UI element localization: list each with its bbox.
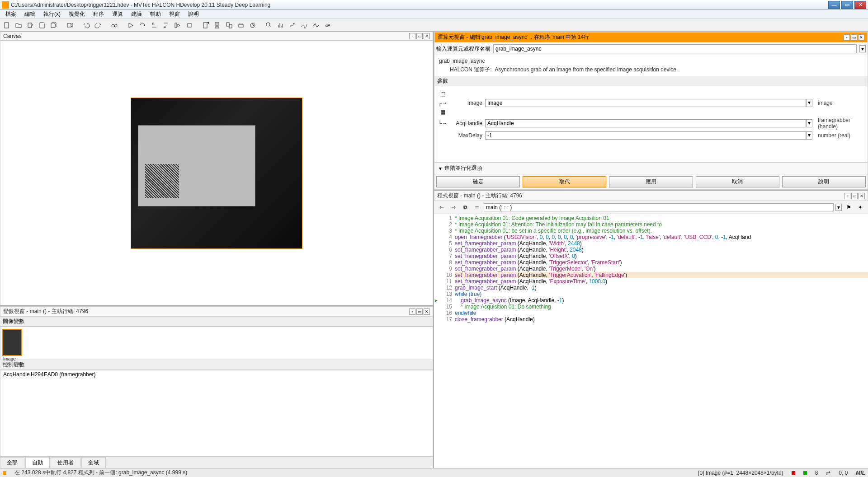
- toolbar: + aA: [0, 19, 868, 32]
- menu-window[interactable]: 視窗: [165, 9, 184, 19]
- img-vars-area: Image: [0, 327, 433, 360]
- menu-view[interactable]: 視覺化: [65, 9, 89, 19]
- menu-help[interactable]: 說明: [184, 9, 203, 19]
- menu-assist[interactable]: 輔助: [146, 9, 165, 19]
- svg-rect-9: [226, 23, 229, 26]
- app-icon: [2, 1, 9, 9]
- op-name-input[interactable]: [493, 44, 857, 53]
- param-label: MaxDelay: [451, 132, 482, 139]
- op-header: 運算元視窗 - 編輯'grab_image_async'，在程序 'main'中…: [434, 32, 868, 42]
- pin-icon[interactable]: ✦: [855, 202, 865, 212]
- advanced-toggle[interactable]: ▾進階並行化選項: [434, 162, 868, 174]
- maximize-button[interactable]: ▭: [841, 1, 853, 9]
- ocr-icon[interactable]: aA: [323, 20, 333, 30]
- save-icon[interactable]: [37, 20, 47, 30]
- chevron-down-icon[interactable]: ▾: [806, 131, 812, 140]
- param-acqhandle-input[interactable]: [485, 119, 806, 127]
- proc-icon[interactable]: ≣: [472, 202, 482, 212]
- program-window: 程式視窗 - main () - 主執行緒: 4796 ▫ ▭ ✕ ⇐ ⇒ ⧉ …: [434, 190, 868, 468]
- tab-user[interactable]: 使用者: [51, 457, 80, 468]
- new-icon[interactable]: [2, 20, 12, 30]
- op-input-label: 輸入運算元或程序名稱: [436, 45, 491, 53]
- code-editor[interactable]: 1* Image Acquisition 01: Code generated …: [434, 214, 868, 468]
- panel-close-icon[interactable]: ✕: [424, 309, 430, 315]
- panel-close-icon[interactable]: ✕: [424, 33, 430, 39]
- binoculars-icon[interactable]: [109, 20, 119, 30]
- record-icon[interactable]: [65, 20, 75, 30]
- step-into-icon[interactable]: [149, 20, 159, 30]
- menu-suggest[interactable]: 建議: [127, 9, 146, 19]
- copy-icon[interactable]: ⧉: [460, 202, 470, 212]
- export-icon[interactable]: [25, 20, 35, 30]
- proc-icon[interactable]: [212, 20, 222, 30]
- panel-close-icon[interactable]: ✕: [858, 34, 864, 41]
- status-icon: [3, 471, 6, 475]
- chevron-down-icon[interactable]: ▾: [806, 119, 812, 127]
- apply-button[interactable]: 應用: [609, 176, 693, 187]
- menu-op[interactable]: 運算: [108, 9, 127, 19]
- panel-restore-icon[interactable]: ▫: [409, 33, 415, 39]
- panel-max-icon[interactable]: ▭: [416, 33, 423, 39]
- open-icon[interactable]: [14, 20, 24, 30]
- menubar: 檔案 編輯 執行(x) 視覺化 程序 運算 建議 輔助 視窗 說明: [0, 10, 868, 19]
- ok-button[interactable]: 確定: [436, 176, 520, 187]
- tab-global[interactable]: 全域: [81, 457, 106, 468]
- settings-icon[interactable]: [236, 20, 246, 30]
- close-button[interactable]: ✕: [854, 1, 866, 9]
- measure-icon[interactable]: [311, 20, 321, 30]
- table-row[interactable]: AcqHandle H294EAD0 (framegrabber): [0, 370, 433, 379]
- cancel-button[interactable]: 取消: [696, 176, 779, 187]
- chevron-down-icon[interactable]: ▾: [859, 45, 866, 52]
- canvas-viewport[interactable]: [0, 41, 433, 305]
- proc-list-icon[interactable]: [224, 20, 234, 30]
- panel-max-icon[interactable]: ▭: [416, 309, 423, 315]
- redo-icon[interactable]: [93, 20, 103, 30]
- panel-restore-icon[interactable]: ▫: [844, 34, 850, 41]
- image-thumb[interactable]: Image: [2, 329, 22, 356]
- nav-back-icon[interactable]: ⇐: [437, 202, 447, 212]
- help-button[interactable]: 說明: [782, 176, 866, 187]
- panel-restore-icon[interactable]: ▫: [409, 309, 415, 315]
- param-image-input[interactable]: [485, 99, 806, 107]
- run-icon[interactable]: [126, 20, 136, 30]
- status-dot-green: [803, 471, 807, 475]
- new-prog-icon[interactable]: +: [201, 20, 211, 30]
- step-over-icon[interactable]: [137, 20, 147, 30]
- reset-icon[interactable]: [248, 20, 258, 30]
- panel-close-icon[interactable]: ✕: [859, 193, 865, 199]
- chevron-down-icon[interactable]: ▾: [806, 99, 812, 107]
- proc-selector[interactable]: [484, 203, 834, 211]
- histogram-icon[interactable]: [276, 20, 286, 30]
- canvas-header: Canvas ▫ ▭ ✕: [0, 32, 433, 41]
- nav-fwd-icon[interactable]: ⇒: [448, 202, 458, 212]
- panel-max-icon[interactable]: ▭: [851, 193, 858, 199]
- panel-restore-icon[interactable]: ▫: [844, 193, 850, 199]
- menu-edit[interactable]: 編輯: [21, 9, 39, 19]
- status-dot-red: [792, 471, 795, 475]
- feature-icon[interactable]: [299, 20, 309, 30]
- chevron-down-icon[interactable]: ▾: [835, 204, 842, 211]
- undo-icon[interactable]: [81, 20, 91, 30]
- img-vars-label: 圖像變數: [0, 317, 433, 327]
- step-cursor-icon[interactable]: [173, 20, 183, 30]
- menu-run[interactable]: 執行(x): [40, 9, 64, 19]
- tab-auto[interactable]: 自動: [25, 457, 50, 468]
- param-maxdelay-input[interactable]: [485, 131, 806, 140]
- net-icon: ⇄: [826, 470, 830, 476]
- minimize-button[interactable]: —: [828, 1, 840, 9]
- svg-point-13: [266, 23, 270, 26]
- zoom-icon[interactable]: [264, 20, 274, 30]
- step-out-icon[interactable]: [161, 20, 171, 30]
- panel-max-icon[interactable]: ▭: [851, 34, 857, 41]
- profile-icon[interactable]: [288, 20, 297, 30]
- canvas-title: Canvas: [3, 33, 409, 39]
- menu-file[interactable]: 檔案: [2, 9, 20, 19]
- menu-proc[interactable]: 程序: [90, 9, 108, 19]
- saveall-icon[interactable]: [49, 20, 59, 30]
- replace-button[interactable]: 取代: [523, 176, 606, 187]
- bookmark-icon[interactable]: ⚑: [844, 202, 854, 212]
- stop-icon[interactable]: [184, 20, 194, 30]
- svg-point-3: [114, 24, 117, 27]
- tab-all[interactable]: 全部: [0, 457, 24, 468]
- param-label: Image: [451, 100, 482, 106]
